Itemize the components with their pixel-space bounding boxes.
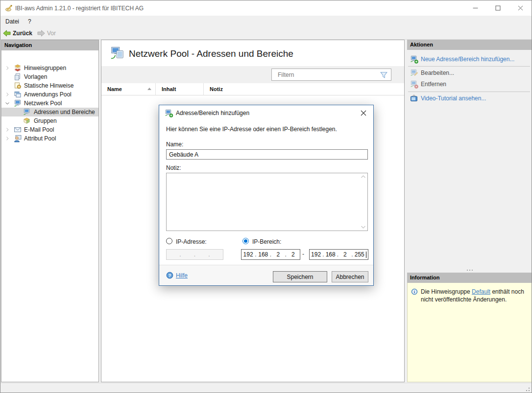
- sidebar-item-statische-hinweise[interactable]: Statische Hinweise: [1, 81, 98, 90]
- tv-icon: [410, 94, 418, 103]
- actions-separator: [408, 66, 530, 67]
- octet: 168: [258, 251, 268, 258]
- sidebar-item-hinweisgruppen[interactable]: Hinweisgruppen: [1, 64, 98, 72]
- ip-range-radio-label[interactable]: IP-Bereich:: [252, 238, 281, 245]
- sidebar-item-anwendungs-pool[interactable]: Anwendungs Pool: [1, 90, 98, 99]
- ip-address-radio-label[interactable]: IP-Adresse:: [176, 238, 207, 245]
- default-group-link[interactable]: Default: [472, 288, 490, 295]
- name-input[interactable]: [166, 149, 368, 160]
- action-edit[interactable]: Bearbeiten...: [407, 69, 532, 77]
- action-add-address[interactable]: Neue Adresse/Bereich hinzufügen...: [407, 55, 532, 64]
- user-icon: [14, 135, 22, 142]
- group-box-icon: [23, 117, 30, 124]
- action-label: Neue Adresse/Bereich hinzufügen...: [421, 56, 514, 63]
- chevron-right-icon[interactable]: [4, 127, 10, 133]
- chevron-right-icon[interactable]: [4, 65, 10, 71]
- filter-icon[interactable]: [380, 71, 388, 79]
- chevron-down-icon[interactable]: [4, 100, 10, 106]
- sidebar-item-label: Vorlagen: [24, 73, 47, 80]
- column-header-notiz[interactable]: Notiz: [204, 83, 404, 95]
- nav-toolbar: Zurück Vor: [0, 27, 532, 40]
- close-icon: [518, 5, 523, 11]
- sidebar-item-attribut-pool[interactable]: Attribut Pool: [1, 134, 98, 143]
- minimize-button[interactable]: [464, 0, 486, 16]
- monitor-add-icon: [410, 55, 418, 64]
- info-text-before: Die Hinweisgruppe: [421, 288, 470, 295]
- network-monitor-icon: [14, 99, 22, 107]
- maximize-button[interactable]: [486, 0, 509, 16]
- maximize-icon: [495, 5, 501, 11]
- ip-single-input: ...: [166, 249, 223, 260]
- column-header-name[interactable]: Name: [101, 83, 156, 95]
- information-message: Die Hinweisgruppe Default enthält noch n…: [421, 288, 530, 303]
- navigation-header: Navigation: [1, 40, 98, 50]
- scroll-down-icon[interactable]: [361, 225, 366, 229]
- help-label: Hilfe: [176, 272, 188, 279]
- sidebar-item-label: Attribut Pool: [24, 135, 56, 142]
- scroll-up-icon[interactable]: [361, 175, 366, 179]
- menu-bar: Datei ?: [0, 16, 532, 27]
- information-body: Die Hinweisgruppe Default enthält noch n…: [407, 283, 532, 382]
- note-label: Notiz:: [166, 164, 181, 171]
- text-caret: [366, 252, 366, 258]
- dialog-close-button[interactable]: [354, 105, 373, 121]
- cancel-button[interactable]: Abbrechen: [332, 271, 368, 282]
- app-icon: [5, 4, 13, 12]
- sidebar-item-adressen-und-bereiche[interactable]: Adressen und Bereiche: [1, 108, 98, 116]
- back-button[interactable]: Zurück: [0, 29, 35, 38]
- help-link[interactable]: Hilfe: [166, 272, 188, 279]
- ip-address-radio[interactable]: [166, 238, 172, 244]
- resize-grip-icon[interactable]: [524, 386, 530, 392]
- note-textarea[interactable]: [166, 173, 368, 231]
- ip-range-radio[interactable]: [242, 238, 249, 244]
- column-label: Notiz: [210, 86, 223, 92]
- actions-separator: [408, 92, 530, 92]
- filter-input[interactable]: [277, 70, 375, 79]
- forward-arrow-icon: [37, 30, 45, 37]
- sidebar-item-netzwerk-pool[interactable]: Netzwerk Pool: [1, 99, 98, 108]
- ip-range-start-input[interactable]: 192.168.2.2: [241, 249, 300, 260]
- octet: 2: [288, 251, 298, 258]
- sort-ascending-icon: [147, 88, 151, 90]
- sidebar-item-email-pool[interactable]: E-Mail Pool: [1, 125, 98, 134]
- help-icon: [166, 272, 173, 279]
- action-video-tutorial[interactable]: Video-Tutorial ansehen...: [407, 94, 532, 103]
- mail-icon: [14, 126, 22, 134]
- sidebar-item-gruppen[interactable]: Gruppen: [1, 116, 98, 125]
- navigation-panel: Navigation Hinweisgruppen Vorlagen Stati…: [1, 40, 99, 382]
- column-header-inhalt[interactable]: Inhalt: [156, 83, 204, 95]
- monitor-icon: [23, 108, 30, 116]
- monitor-add-icon: [165, 109, 173, 117]
- close-button[interactable]: [509, 0, 532, 16]
- action-label: Video-Tutorial ansehen...: [421, 95, 486, 102]
- chevron-right-icon[interactable]: [4, 92, 10, 97]
- column-label: Name: [107, 86, 122, 92]
- filter-bar: [101, 66, 404, 83]
- sidebar-item-label: Anwendungs Pool: [24, 91, 72, 98]
- documents-icon: [14, 73, 22, 81]
- menu-help[interactable]: ?: [24, 16, 35, 27]
- sidebar-item-label: Hinweisgruppen: [24, 65, 66, 71]
- textarea-scrollbar[interactable]: [360, 174, 367, 230]
- panel-splitter[interactable]: [407, 268, 532, 272]
- save-button[interactable]: Speichern: [273, 271, 327, 282]
- name-label: Name:: [166, 141, 183, 148]
- monitor-remove-icon: [410, 80, 418, 89]
- forward-button[interactable]: Vor: [35, 29, 58, 38]
- dialog-description: Hier können Sie eine IP-Adresse oder ein…: [166, 126, 337, 133]
- status-bar: [0, 383, 532, 393]
- action-label: Bearbeiten...: [421, 69, 454, 76]
- information-panel: Information Die Hinweisgruppe Default en…: [407, 273, 532, 382]
- action-remove[interactable]: Entfernen: [407, 80, 532, 89]
- navigation-tree: Hinweisgruppen Vorlagen Statische Hinwei…: [1, 50, 98, 382]
- filter-field: [271, 69, 391, 81]
- ip-range-end-input[interactable]: 192.168.2.255: [309, 249, 368, 260]
- chevron-right-icon[interactable]: [4, 136, 10, 141]
- sidebar-item-label: Netzwerk Pool: [24, 100, 62, 107]
- menu-datei[interactable]: Datei: [0, 16, 24, 27]
- actions-panel: Aktionen Neue Adresse/Bereich hinzufügen…: [407, 40, 532, 267]
- octet: 192: [311, 251, 321, 258]
- sidebar-item-vorlagen[interactable]: Vorlagen: [1, 72, 98, 81]
- info-icon: [411, 288, 418, 295]
- dialog-title-bar: Adresse/Bereich hinzufügen: [159, 105, 373, 121]
